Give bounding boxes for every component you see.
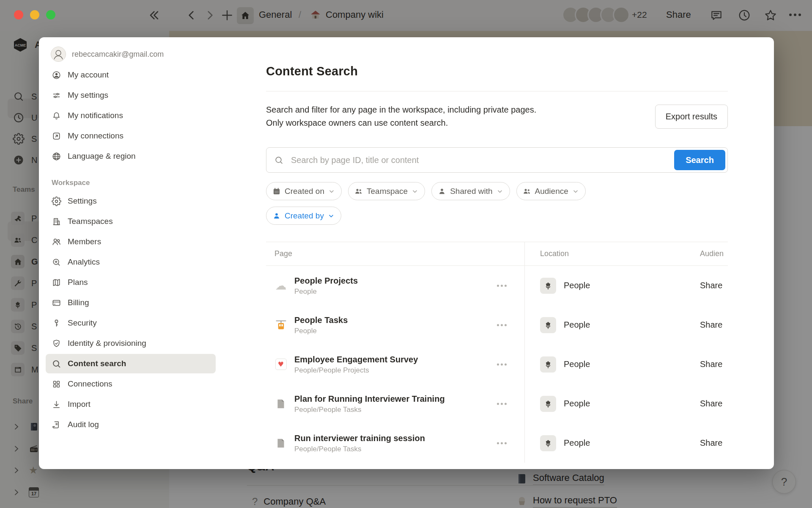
grid-icon <box>52 379 61 389</box>
analytics-icon <box>52 257 61 267</box>
cloud-icon: ☁ <box>275 280 287 291</box>
audience-value: Share <box>700 305 728 345</box>
teamspace-flower-icon <box>540 396 556 412</box>
bell-icon <box>52 111 61 121</box>
import-icon <box>52 400 61 409</box>
traffic-lights[interactable] <box>14 10 55 19</box>
menu-item-label: My account <box>68 70 109 80</box>
person-icon <box>438 187 446 196</box>
table-row[interactable]: Run interviewer training session People/… <box>266 423 728 463</box>
menu-item-label: Content search <box>68 359 126 368</box>
filter-audience[interactable]: Audience <box>516 182 586 200</box>
menu-item-identity-provisioning[interactable]: Identity & provisioning <box>46 334 216 353</box>
menu-item-label: My connections <box>68 131 123 141</box>
column-header-audience: Audien <box>700 242 728 265</box>
menu-item-plans[interactable]: Plans <box>46 273 216 292</box>
menu-item-label: Analytics <box>68 257 100 267</box>
filter-created-by[interactable]: Created by <box>266 207 341 225</box>
menu-item-members[interactable]: Members <box>46 232 216 251</box>
menu-item-teamspaces[interactable]: Teamspaces <box>46 212 216 231</box>
scroll-icon <box>52 420 61 430</box>
menu-item-label: My settings <box>68 91 108 100</box>
teamspace-flower-icon <box>540 356 556 373</box>
filter-label: Shared with <box>450 187 492 196</box>
more-options-icon[interactable] <box>497 403 507 405</box>
results-table: Page Location Audien ☁ People Projects P… <box>266 242 728 463</box>
location-name: People <box>564 359 590 369</box>
menu-item-label: Identity & provisioning <box>68 339 146 348</box>
menu-item-my-account[interactable]: My account <box>46 65 216 85</box>
menu-item-my-notifications[interactable]: My notifications <box>46 106 216 125</box>
heart-icon: ♥ <box>275 359 287 370</box>
filter-teamspace[interactable]: Teamspace <box>348 182 425 200</box>
page-title: Content Search <box>266 64 728 78</box>
page-title[interactable]: People Tasks <box>294 315 348 326</box>
account-email: rebeccamcakir@gmail.com <box>72 50 164 59</box>
audience-value: Share <box>700 345 728 384</box>
settings-modal: rebeccamcakir@gmail.com My account My se… <box>39 37 774 469</box>
menu-item-billing[interactable]: Billing <box>46 293 216 312</box>
menu-item-connections[interactable]: Connections <box>46 374 216 394</box>
table-row[interactable]: People Tasks People People Share <box>266 305 728 345</box>
search-input[interactable] <box>266 147 728 173</box>
user-avatar <box>51 47 66 62</box>
table-row[interactable]: Plan for Running Interviewer Training Pe… <box>266 384 728 423</box>
page-path: People/People Tasks <box>294 405 445 414</box>
minimize-window-icon[interactable] <box>30 10 39 19</box>
building-icon <box>52 217 61 226</box>
filter-label: Teamspace <box>367 187 408 196</box>
table-header: Page Location Audien <box>266 242 728 266</box>
content-search-pane: Content Search Search and filter for any… <box>222 37 774 469</box>
menu-item-label: Settings <box>68 196 97 206</box>
settings-menu: rebeccamcakir@gmail.com My account My se… <box>39 37 222 469</box>
page-path: People <box>294 326 348 336</box>
location-name: People <box>564 438 590 448</box>
teamspace-flower-icon <box>540 278 556 294</box>
zoom-window-icon[interactable] <box>46 10 55 19</box>
menu-item-label: Language & region <box>68 152 136 161</box>
location-name: People <box>564 281 590 290</box>
shield-check-icon <box>52 339 61 348</box>
menu-item-language-region[interactable]: Language & region <box>46 146 216 166</box>
sliders-icon <box>52 91 61 100</box>
chevron-down-icon <box>328 188 335 195</box>
more-options-icon[interactable] <box>497 324 507 326</box>
filter-label: Created on <box>285 187 324 196</box>
people-icon <box>354 187 363 196</box>
menu-item-label: Members <box>68 237 101 246</box>
page-path: People/People Tasks <box>294 444 425 454</box>
search-button[interactable]: Search <box>674 150 725 170</box>
more-options-icon[interactable] <box>497 284 507 287</box>
menu-item-settings[interactable]: Settings <box>46 191 216 211</box>
teamspace-flower-icon <box>540 317 556 333</box>
map-icon <box>52 278 61 287</box>
page-title[interactable]: People Projects <box>294 275 358 286</box>
menu-item-my-connections[interactable]: My connections <box>46 126 216 146</box>
column-header-location: Location <box>524 242 700 265</box>
search-bar: Search <box>266 147 728 173</box>
export-results-button[interactable]: Export results <box>655 105 728 129</box>
filter-shared-with[interactable]: Shared with <box>431 182 510 200</box>
menu-item-audit-log[interactable]: Audit log <box>46 415 216 434</box>
menu-item-my-settings[interactable]: My settings <box>46 86 216 105</box>
page-title[interactable]: Plan for Running Interviewer Training <box>294 393 445 404</box>
menu-item-security[interactable]: Security <box>46 313 216 333</box>
person-icon <box>272 212 281 220</box>
audience-value: Share <box>700 266 728 305</box>
table-row[interactable]: ☁ People Projects People People Share <box>266 266 728 305</box>
filter-label: Audience <box>535 187 568 196</box>
table-row[interactable]: ♥ Employee Engagement Survey People/Peop… <box>266 345 728 384</box>
menu-item-label: Audit log <box>68 420 99 429</box>
filter-label: Created by <box>285 211 324 221</box>
page-icon <box>275 398 286 409</box>
page-title[interactable]: Employee Engagement Survey <box>294 354 418 365</box>
more-options-icon[interactable] <box>497 442 507 444</box>
page-title[interactable]: Run interviewer training session <box>294 433 425 444</box>
close-window-icon[interactable] <box>14 10 23 19</box>
menu-item-analytics[interactable]: Analytics <box>46 252 216 272</box>
filter-created-on[interactable]: Created on <box>266 182 342 200</box>
more-options-icon[interactable] <box>497 363 507 365</box>
menu-item-import[interactable]: Import <box>46 395 216 414</box>
calendar-icon <box>272 187 281 196</box>
menu-item-content-search[interactable]: Content search <box>46 354 216 373</box>
